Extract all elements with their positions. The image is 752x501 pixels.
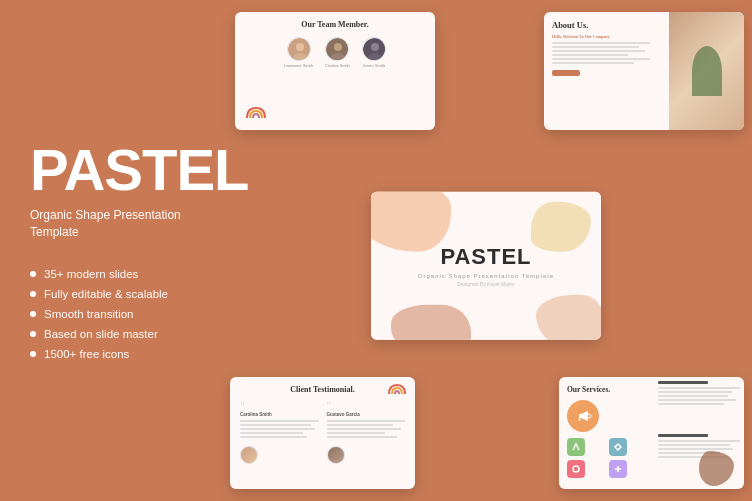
svg-point-1 <box>296 43 304 51</box>
avatar <box>325 37 349 61</box>
team-avatars: Lawrence Smith Cristina Smith <box>245 37 425 68</box>
about-hello: Hello, Welcome To Our Company <box>552 34 661 39</box>
testimonial-text <box>240 420 319 438</box>
service-icon-2 <box>609 438 627 456</box>
rainbow-decoration <box>387 382 407 400</box>
svg-rect-9 <box>579 414 582 418</box>
list-item: Based on slide master <box>30 328 190 340</box>
about-image <box>669 12 744 130</box>
avatar <box>327 446 345 464</box>
bullet-icon <box>30 351 36 357</box>
about-title: About Us. <box>552 20 661 30</box>
our-services-title: Our Services. <box>567 385 646 394</box>
testimonial-name: Gustavo Garcia <box>327 412 406 417</box>
avatar <box>362 37 386 61</box>
text-line <box>240 436 307 438</box>
team-avatar: Jerren Smith <box>362 37 386 68</box>
our-services-left: Our Services. <box>559 377 654 489</box>
main-slide-title: PASTEL <box>418 244 554 270</box>
svg-point-7 <box>371 43 379 51</box>
features-list: 35+ modern slides Fully editable & scala… <box>30 268 190 360</box>
text-line <box>658 448 733 450</box>
text-line <box>552 54 628 56</box>
text-line <box>552 58 650 60</box>
team-avatar: Lawrence Smith <box>284 37 313 68</box>
text-line <box>552 62 634 64</box>
testimonial-title: Client Testimonial. <box>240 385 405 394</box>
text-line <box>658 387 740 389</box>
text-line <box>327 432 386 434</box>
slide-inner: Our Team Member. Lawrence Smith <box>235 12 435 76</box>
text-line <box>552 46 639 48</box>
spacer <box>353 446 406 464</box>
services-block-lines <box>658 387 740 405</box>
team-slide-title: Our Team Member. <box>245 20 425 29</box>
list-item: 35+ modern slides <box>30 268 190 280</box>
left-panel: PASTEL Organic Shape PresentationTemplat… <box>0 0 220 501</box>
slides-area: Our Team Member. Lawrence Smith <box>220 0 752 501</box>
text-line <box>240 420 319 422</box>
rainbow-decoration <box>245 106 267 124</box>
quote-icon: " <box>327 400 406 412</box>
blob-decoration-4 <box>391 304 471 339</box>
testimonial-text <box>327 420 406 438</box>
text-line <box>327 420 406 422</box>
megaphone-icon <box>567 400 599 432</box>
services-block-title <box>658 381 708 384</box>
main-slide-subtitle: Organic Shape Presentation Template <box>418 273 554 279</box>
svg-point-4 <box>334 43 342 51</box>
slide-about: About Us. Hello, Welcome To Our Company <box>544 12 744 130</box>
avatar-name: Lawrence Smith <box>284 63 313 68</box>
brand-title: PASTEL <box>30 141 190 199</box>
testimonial-item: " Carolina Smith <box>240 400 319 438</box>
bullet-icon <box>30 291 36 297</box>
brand-subtitle: Organic Shape PresentationTemplate <box>30 207 190 241</box>
bullet-icon <box>30 271 36 277</box>
blob-decoration-3 <box>536 294 601 339</box>
main-slide-text: PASTEL Organic Shape Presentation Templa… <box>418 244 554 287</box>
services-text-block <box>658 381 740 432</box>
text-line <box>658 403 724 405</box>
service-icon-3 <box>567 460 585 478</box>
slide-pastel-main: PASTEL Organic Shape Presentation Templa… <box>371 191 601 339</box>
bullet-icon <box>30 311 36 317</box>
avatar-name: Jerren Smith <box>362 63 385 68</box>
list-item: 1500+ free icons <box>30 348 190 360</box>
main-slide-byline: Designed By Kevin Myers <box>418 281 554 287</box>
about-cta-button[interactable] <box>552 70 580 76</box>
service-icon-4 <box>609 460 627 478</box>
service-icon-1 <box>567 438 585 456</box>
spacer <box>266 446 319 464</box>
team-avatar: Cristina Smith <box>325 37 350 68</box>
text-line <box>658 395 728 397</box>
main-container: PASTEL Organic Shape PresentationTemplat… <box>0 0 752 501</box>
text-line <box>240 428 315 430</box>
about-image-placeholder <box>669 12 744 130</box>
avatar <box>287 37 311 61</box>
text-line <box>552 42 650 44</box>
bullet-icon <box>30 331 36 337</box>
quote-icon: " <box>240 400 319 412</box>
services-block-title-2 <box>658 434 708 437</box>
blob-decoration-1 <box>371 191 451 251</box>
text-line <box>658 391 732 393</box>
testimonial-item: " Gustavo Garcia <box>327 400 406 438</box>
testimonial-avatars <box>240 446 405 464</box>
text-line <box>327 424 394 426</box>
list-item: Fully editable & scalable <box>30 288 190 300</box>
text-line <box>552 50 645 52</box>
testimonial-name: Carolina Smith <box>240 412 319 417</box>
testimonials-row: " Carolina Smith " Gustavo Garcia <box>240 400 405 438</box>
slide-testimonial: Client Testimonial. " Carolina Smith <box>230 377 415 489</box>
leaf-decoration <box>692 46 722 96</box>
text-line <box>240 432 303 434</box>
svg-point-12 <box>573 466 579 472</box>
slide-team: Our Team Member. Lawrence Smith <box>235 12 435 130</box>
text-line <box>240 424 311 426</box>
text-line <box>327 428 402 430</box>
services-icon-grid <box>567 438 646 478</box>
list-item: Smooth transition <box>30 308 190 320</box>
text-line <box>658 444 730 446</box>
text-line <box>327 436 398 438</box>
main-slide-bg: PASTEL Organic Shape Presentation Templa… <box>371 191 601 339</box>
